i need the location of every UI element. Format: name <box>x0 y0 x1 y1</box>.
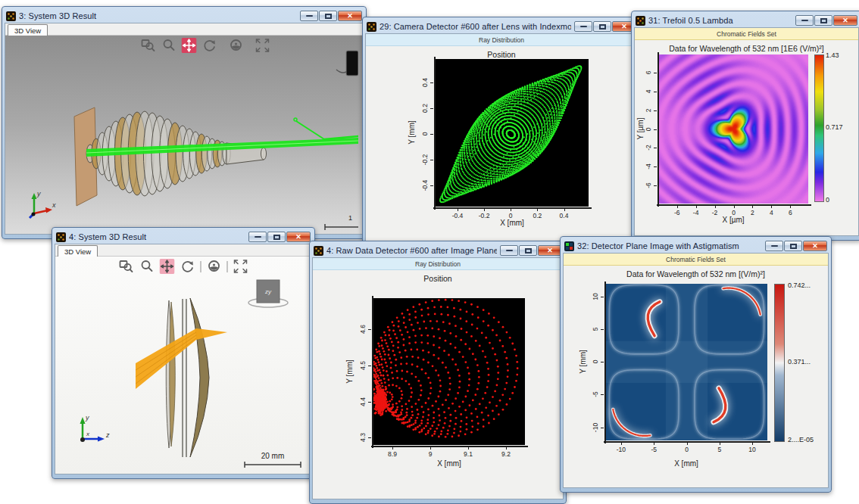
x-tick-label: -6 <box>674 209 680 216</box>
colorbar-mid-label: 0.717 <box>826 123 843 131</box>
cone-end <box>261 148 267 160</box>
maximize-button[interactable] <box>519 245 537 256</box>
tab-3d-view[interactable]: 3D View <box>58 245 98 257</box>
orbit-icon[interactable] <box>229 38 244 53</box>
scatter-plot-canvas <box>436 59 589 207</box>
y-tick-label: 0.4 <box>421 78 429 87</box>
titlebar[interactable]: 31: Trefoil 0.5 Lambda ✕ <box>634 14 859 27</box>
minimize-button[interactable] <box>300 11 318 21</box>
rotate-icon[interactable] <box>202 38 217 53</box>
minimize-button[interactable] <box>574 21 592 32</box>
x-axis-label: X [mm] <box>437 459 461 468</box>
pan-icon[interactable] <box>182 38 197 53</box>
lens-element-1b <box>170 302 176 446</box>
orbit-icon[interactable] <box>207 259 222 274</box>
y-tick-label: 6 <box>645 70 652 74</box>
toolbar-separator <box>223 40 223 51</box>
svg-text:z: z <box>105 431 110 439</box>
x-axis-label: X [µm] <box>722 216 744 224</box>
titlebar[interactable]: 32: Detector Plane Image with Astigmatis… <box>563 239 829 253</box>
tick <box>715 205 716 208</box>
window-system3d-bottom: 4: System 3D Result ✕ 3D View <box>52 227 315 479</box>
colorbar-max-label: 0.742... <box>788 282 811 289</box>
close-button[interactable]: ✕ <box>803 241 827 251</box>
x-tick-label: 8.9 <box>388 450 397 458</box>
zoom-region-icon[interactable] <box>119 259 134 274</box>
maximize-button[interactable] <box>593 21 611 32</box>
tick <box>654 129 657 130</box>
tick <box>601 329 604 330</box>
x-tick-label: 6 <box>789 209 792 216</box>
zoom-icon[interactable] <box>139 259 155 274</box>
tick <box>368 402 371 403</box>
y-tick-label: -0.2 <box>421 154 429 166</box>
y-tick-label: 0 <box>421 132 429 136</box>
tick <box>601 297 604 297</box>
minimize-button[interactable] <box>795 15 814 26</box>
titlebar[interactable]: 4: Raw Data Detector #600 after Image Pl… <box>312 244 564 257</box>
chart-title: Position <box>366 50 637 59</box>
window-title: 29: Camera Detector #600 after Lens with… <box>380 22 571 31</box>
maximize-button[interactable] <box>319 11 337 21</box>
axis-triad: y x <box>30 190 56 218</box>
x-tick-label: -0.2 <box>479 212 490 219</box>
x-tick-label: -0.4 <box>452 212 464 219</box>
fit-view-icon[interactable] <box>255 38 270 53</box>
tick <box>368 366 371 366</box>
field-plot-canvas <box>606 284 767 440</box>
view-cube-partial[interactable] <box>336 51 358 76</box>
maximize-button[interactable] <box>267 232 286 242</box>
svg-text:1: 1 <box>348 214 352 222</box>
tick <box>752 205 753 208</box>
close-button[interactable]: ✕ <box>338 11 362 21</box>
rotate-icon[interactable] <box>180 259 195 274</box>
zoom-region-icon[interactable] <box>141 38 156 53</box>
fit-view-icon[interactable] <box>233 259 248 274</box>
tick <box>687 442 688 445</box>
colorbar <box>814 54 824 202</box>
tick <box>771 205 772 208</box>
document-subtitle: Ray Distribution <box>313 258 563 270</box>
y-tick-label: -2 <box>645 145 652 151</box>
y-tick-label: -10 <box>592 423 599 432</box>
titlebar[interactable]: 29: Camera Detector #600 after Lens with… <box>365 20 638 33</box>
x-tick-label: 0 <box>509 212 513 219</box>
document-subtitle: Chromatic Fields Set <box>635 28 858 40</box>
spine <box>604 282 606 443</box>
close-button[interactable]: ✕ <box>286 232 311 242</box>
3d-viewport[interactable]: y x 1 <box>5 36 363 234</box>
maximize-button[interactable] <box>814 15 832 26</box>
y-tick-label: 0 <box>592 360 599 364</box>
x-tick-label: 2 <box>751 209 754 216</box>
pan-icon[interactable] <box>160 259 175 274</box>
x-axis-label: X [mm] <box>674 459 698 468</box>
document-subtitle: Chromatic Fields Set <box>564 254 828 266</box>
zoom-icon[interactable] <box>161 38 176 53</box>
maximize-button[interactable] <box>784 241 802 251</box>
tick <box>430 446 431 450</box>
y-axis-label: Y [µm] <box>636 118 645 140</box>
y-tick-label: -4 <box>645 164 652 170</box>
svg-text:zy: zy <box>264 288 272 295</box>
x-tick-label: -5 <box>651 446 657 453</box>
y-tick-label: 0.2 <box>421 104 429 113</box>
chart-title: Data for Wavelength of 532 nm [(V/m)²] <box>564 269 828 278</box>
tab-strip: 3D View <box>5 23 363 36</box>
tab-3d-view[interactable]: 3D View <box>8 24 48 36</box>
3d-viewport[interactable]: zy y z x 20 mm <box>55 257 311 474</box>
titlebar[interactable]: 4: System 3D Result ✕ <box>55 230 312 244</box>
tick <box>392 446 393 450</box>
window-title: 31: Trefoil 0.5 Lambda <box>648 16 792 25</box>
view-cube[interactable]: zy <box>248 280 288 307</box>
ray-fork <box>294 118 358 139</box>
spine <box>371 446 528 447</box>
close-button[interactable]: ✕ <box>833 15 857 26</box>
tick <box>511 208 511 211</box>
minimize-button[interactable] <box>500 245 518 256</box>
minimize-button[interactable] <box>248 232 267 242</box>
close-button[interactable]: ✕ <box>538 245 562 256</box>
x-tick-label: -4 <box>693 209 699 216</box>
spine <box>658 52 659 207</box>
minimize-button[interactable] <box>765 241 783 251</box>
titlebar[interactable]: 3: System 3D Result ✕ <box>5 9 364 23</box>
